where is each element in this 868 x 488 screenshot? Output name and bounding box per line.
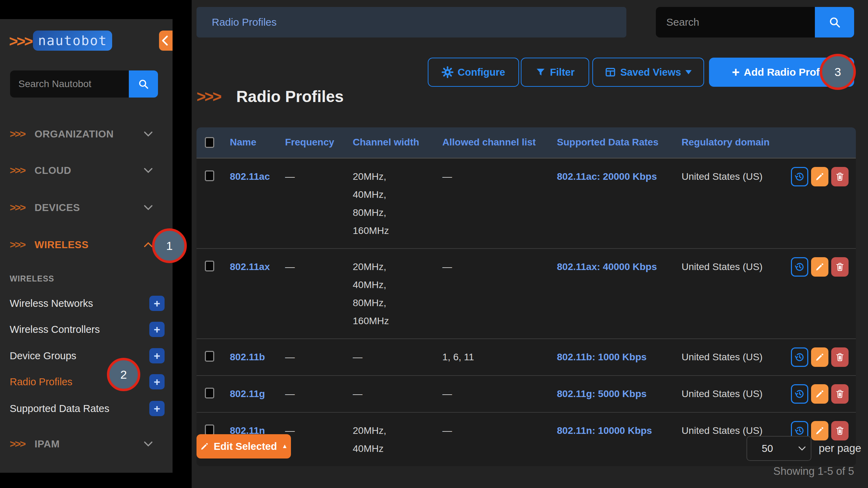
configure-button[interactable]: Configure: [428, 58, 519, 87]
supported-data-rates-link[interactable]: 802.11g: 5000 Kbps: [557, 388, 646, 399]
annotation-number: 2: [120, 368, 127, 381]
supported-data-rates-link[interactable]: 802.11ac: 20000 Kbps: [557, 171, 657, 182]
delete-button[interactable]: [831, 167, 849, 186]
chevron-down-icon: [144, 205, 153, 210]
trash-icon: [835, 426, 845, 436]
sidebar-search: [10, 70, 158, 98]
global-search-input[interactable]: [656, 7, 815, 37]
sidebar-group-organization[interactable]: >>> ORGANIZATION: [10, 125, 153, 143]
annotation-number: 3: [835, 65, 841, 79]
search-icon: [828, 16, 841, 29]
supported-data-rates-link[interactable]: 802.11n: 10000 Kbps: [557, 425, 652, 436]
supported-data-rates-link[interactable]: 802.11ax: 40000 Kbps: [557, 261, 657, 272]
sidebar-item-supported-data-rates[interactable]: Supported Data Rates: [10, 398, 153, 419]
edit-button[interactable]: [811, 167, 828, 186]
sidebar-group-ipam[interactable]: >>> IPAM: [10, 435, 153, 453]
frequency-value: —: [285, 168, 295, 186]
title-chevrons-icon: >>>: [197, 86, 220, 107]
delete-button[interactable]: [831, 384, 849, 404]
sidebar-item-wireless-networks[interactable]: Wireless Networks: [10, 293, 153, 314]
plus-icon: +: [732, 66, 740, 79]
sidebar-group-cloud[interactable]: >>> CLOUD: [10, 162, 153, 179]
pencil-icon: [815, 172, 825, 182]
channel-width-value: 20MHz, 40MHz, 80MHz, 160MHz: [353, 258, 419, 330]
add-wireless-controller-button[interactable]: +: [149, 322, 165, 337]
add-supported-data-rate-button[interactable]: +: [149, 401, 165, 416]
saved-views-label: Saved Views: [620, 67, 681, 78]
filter-button[interactable]: Filter: [521, 58, 589, 87]
trash-icon: [835, 389, 845, 399]
radio-profile-link[interactable]: 802.11b: [230, 352, 265, 362]
search-icon: [137, 78, 149, 90]
row-checkbox[interactable]: [205, 261, 214, 271]
history-clock-icon: [794, 388, 805, 399]
column-header-name[interactable]: Name: [230, 127, 285, 158]
saved-views-button[interactable]: Saved Views: [592, 58, 704, 87]
row-checkbox[interactable]: [205, 388, 214, 398]
add-radio-profile-sidebar-button[interactable]: +: [149, 374, 165, 389]
column-header-regulatory-domain[interactable]: Regulatory domain: [682, 127, 788, 158]
delete-button[interactable]: [831, 257, 849, 277]
edit-selected-label: Edit Selected: [214, 441, 277, 452]
row-checkbox[interactable]: [205, 351, 214, 362]
changelog-button[interactable]: [791, 167, 808, 186]
group-chevrons-icon: >>>: [10, 202, 25, 213]
per-page-select[interactable]: 50: [746, 436, 811, 461]
changelog-button[interactable]: [791, 257, 808, 277]
group-label: DEVICES: [35, 202, 80, 213]
row-checkbox[interactable]: [205, 170, 214, 181]
edit-button[interactable]: [811, 384, 828, 404]
sidebar-item-label: Wireless Networks: [10, 298, 93, 309]
add-device-group-button[interactable]: +: [149, 348, 165, 363]
history-clock-icon: [794, 171, 805, 182]
changelog-button[interactable]: [791, 384, 808, 404]
sidebar-group-wireless[interactable]: >>> WIRELESS: [10, 236, 153, 253]
frequency-value: —: [285, 258, 295, 276]
select-all-checkbox[interactable]: [205, 137, 214, 148]
sidebar-collapse-button[interactable]: [159, 31, 173, 51]
delete-button[interactable]: [831, 347, 849, 367]
radio-profile-link[interactable]: 802.11g: [230, 388, 265, 399]
breadcrumb[interactable]: Radio Profiles: [197, 7, 626, 37]
radio-profile-link[interactable]: 802.11ax: [230, 261, 270, 272]
table-row: 802.11ac — 20MHz, 40MHz, 80MHz, 160MHz —…: [197, 158, 856, 249]
column-header-allowed-channel-list[interactable]: Allowed channel list: [442, 127, 557, 158]
nautobot-logo[interactable]: nautobot: [33, 31, 112, 51]
global-search-button[interactable]: [815, 7, 854, 37]
radio-profile-link[interactable]: 802.11ac: [230, 171, 270, 182]
chevron-left-icon: [162, 35, 168, 46]
column-header-channel-width[interactable]: Channel width: [353, 127, 442, 158]
table-row: 802.11ax — 20MHz, 40MHz, 80MHz, 160MHz —…: [197, 249, 856, 339]
sidebar-item-wireless-controllers[interactable]: Wireless Controllers: [10, 319, 153, 340]
sidebar-search-button[interactable]: [129, 70, 158, 98]
pencil-icon: [200, 442, 209, 451]
column-header-supported-data-rates[interactable]: Supported Data Rates: [557, 127, 682, 158]
add-wireless-network-button[interactable]: +: [149, 296, 165, 311]
table-row: 802.11b — — 1, 6, 11 802.11b: 1000 Kbps …: [197, 339, 856, 376]
row-checkbox[interactable]: [205, 424, 214, 435]
page-title-row: >>> Radio Profiles: [197, 86, 344, 107]
trash-icon: [835, 352, 845, 362]
sidebar-section-label: WIRELESS: [10, 274, 54, 284]
sidebar-group-devices[interactable]: >>> DEVICES: [10, 199, 153, 216]
edit-button[interactable]: [811, 257, 828, 277]
edit-selected-button[interactable]: Edit Selected ▲: [197, 434, 291, 458]
regulatory-domain-value: United States (US): [682, 258, 762, 276]
group-chevrons-icon: >>>: [10, 239, 25, 250]
regulatory-domain-value: United States (US): [682, 385, 762, 403]
caret-down-icon: [685, 70, 692, 74]
sidebar-item-label: Device Groups: [10, 350, 76, 362]
changelog-button[interactable]: [791, 347, 808, 367]
sidebar-search-input[interactable]: [10, 70, 129, 98]
sidebar-item-label: Radio Profiles: [10, 376, 73, 388]
group-chevrons-icon: >>>: [10, 439, 25, 449]
funnel-icon: [535, 67, 546, 77]
chevron-down-icon: [144, 441, 153, 447]
trash-icon: [835, 262, 845, 272]
group-label: IPAM: [35, 438, 60, 450]
supported-data-rates-link[interactable]: 802.11b: 1000 Kbps: [557, 352, 646, 362]
channel-width-value: —: [353, 348, 362, 366]
edit-button[interactable]: [811, 347, 828, 367]
pagination-summary: Showing 1-5 of 5: [773, 465, 854, 478]
column-header-frequency[interactable]: Frequency: [285, 127, 353, 158]
